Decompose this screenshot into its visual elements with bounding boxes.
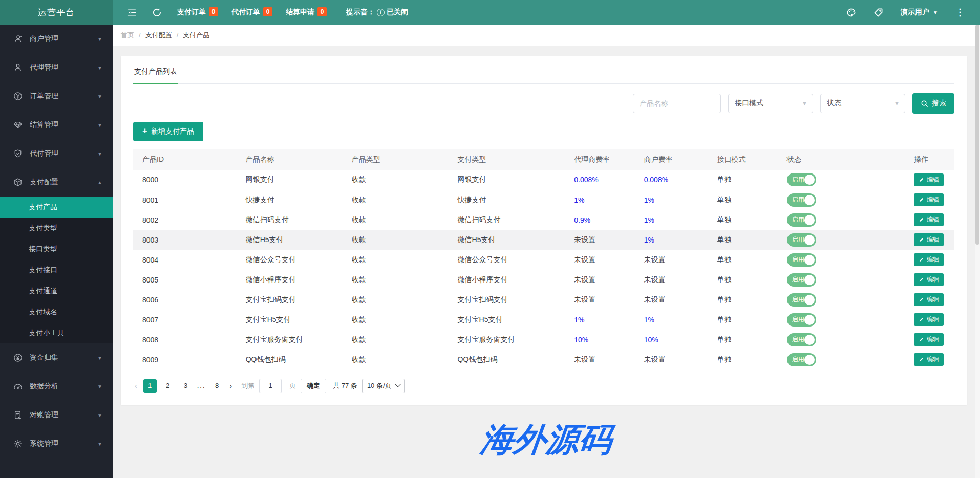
page-button-1[interactable]: 1 — [143, 379, 157, 393]
agent-rate-value[interactable]: 0.008% — [574, 176, 598, 184]
edit-button[interactable]: 编辑 — [914, 273, 944, 286]
edit-label: 编辑 — [927, 315, 939, 324]
status-toggle[interactable]: 启用 — [787, 293, 816, 307]
edit-button[interactable]: 编辑 — [914, 293, 944, 306]
sidebar-subitem-interface-type[interactable]: 接口类型 — [0, 238, 113, 259]
quicklink-payout-orders[interactable]: 代付订单0 — [231, 8, 272, 17]
sidebar-item-merchant[interactable]: 商户管理▼ — [0, 25, 113, 53]
next-page-icon[interactable]: › — [228, 382, 234, 390]
cell-interface-mode: 单独 — [713, 270, 782, 290]
status-toggle[interactable]: 启用 — [787, 273, 816, 287]
add-product-button[interactable]: + 新增支付产品 — [133, 122, 203, 141]
page-button-8[interactable]: 8 — [210, 379, 224, 393]
sidebar-item-label: 数据分析 — [30, 382, 58, 391]
breadcrumb-item[interactable]: 支付产品 — [183, 31, 209, 40]
status-toggle[interactable]: 启用 — [787, 173, 816, 186]
cell-interface-mode: 单独 — [713, 310, 782, 330]
sidebar-item-payment-config[interactable]: 支付配置▲ — [0, 168, 113, 197]
cell-product-name: 微信H5支付 — [242, 230, 348, 250]
edit-button[interactable]: 编辑 — [914, 253, 944, 266]
sidebar-subitem-payment-type[interactable]: 支付类型 — [0, 218, 113, 238]
cell-merchant-rate: 1% — [640, 210, 713, 230]
merchant-rate-value[interactable]: 10% — [644, 336, 658, 344]
cell-payment-type: 支付宝扫码支付 — [454, 290, 570, 310]
sidebar-subitem-payment-domain[interactable]: 支付域名 — [0, 301, 113, 322]
agent-rate-value[interactable]: 10% — [574, 336, 588, 344]
pencil-icon — [919, 357, 924, 362]
edit-button[interactable]: 编辑 — [914, 333, 944, 346]
chevron-down-icon: ▼ — [97, 36, 102, 42]
quicklink-settlement-requests[interactable]: 结算申请0 — [286, 8, 327, 17]
agent-rate-value[interactable]: 0.9% — [574, 216, 590, 224]
status-toggle[interactable]: 启用 — [787, 233, 816, 247]
agent-rate-value[interactable]: 1% — [574, 316, 584, 324]
cell-status: 启用 — [783, 170, 910, 190]
toggle-label: 启用 — [792, 195, 804, 204]
sidebar-item-payout[interactable]: 代付管理▼ — [0, 139, 113, 168]
refresh-icon[interactable] — [152, 8, 162, 17]
edit-button[interactable]: 编辑 — [914, 313, 944, 326]
column-header: 产品名称 — [242, 149, 348, 170]
edit-button[interactable]: 编辑 — [914, 233, 944, 246]
edit-button[interactable]: 编辑 — [914, 213, 944, 226]
info-icon: i — [377, 9, 385, 16]
tab-payment-product-list[interactable]: 支付产品列表 — [133, 67, 178, 84]
status-toggle[interactable]: 启用 — [787, 213, 816, 227]
product-name-input[interactable] — [633, 94, 721, 113]
status-select[interactable]: 状态 ▼ — [820, 94, 905, 113]
sidebar-subitem-payment-product[interactable]: 支付产品 — [0, 197, 113, 218]
status-toggle[interactable]: 启用 — [787, 193, 816, 207]
interface-mode-select[interactable]: 接口模式 ▼ — [728, 94, 813, 113]
sidebar-item-system[interactable]: 系统管理▼ — [0, 429, 113, 458]
prev-page-icon[interactable]: ‹ — [133, 382, 139, 390]
chevron-up-icon: ▲ — [97, 180, 102, 185]
merchant-rate-value[interactable]: 0.008% — [644, 176, 668, 184]
quicklink-payment-orders[interactable]: 支付订单0 — [177, 8, 218, 17]
breadcrumb-item[interactable]: 首页 — [121, 31, 134, 40]
sidebar-item-funds[interactable]: 资金归集▼ — [0, 343, 113, 372]
merchant-rate-value[interactable]: 1% — [644, 216, 654, 224]
cell-payment-type: 微信公众号支付 — [454, 250, 570, 270]
sidebar-subitem-payment-interface[interactable]: 支付接口 — [0, 259, 113, 280]
edit-button[interactable]: 编辑 — [914, 193, 944, 206]
status-toggle[interactable]: 启用 — [787, 253, 816, 267]
more-options-icon[interactable]: ⋮ — [955, 7, 965, 18]
sidebar-item-analytics[interactable]: 数据分析▼ — [0, 372, 113, 401]
sidebar-subitem-payment-tools[interactable]: 支付小工具 — [0, 322, 113, 343]
cell-actions: 编辑 — [910, 270, 954, 290]
merchant-rate-value[interactable]: 1% — [644, 236, 654, 244]
merchant-rate-value[interactable]: 1% — [644, 316, 654, 324]
user-menu[interactable]: 演示用户 ▼ — [901, 8, 938, 17]
edit-button[interactable]: 编辑 — [914, 173, 944, 186]
page-size-select[interactable]: 10 条/页 — [362, 379, 405, 393]
cell-payment-type: 微信小程序支付 — [454, 270, 570, 290]
page-scrollbar[interactable] — [975, 25, 980, 478]
sidebar-item-settlement[interactable]: 结算管理▼ — [0, 111, 113, 139]
sidebar-subitem-payment-channel[interactable]: 支付通道 — [0, 280, 113, 301]
table-row: 8009QQ钱包扫码收款QQ钱包扫码未设置未设置单独启用编辑 — [133, 350, 954, 370]
tag-icon[interactable] — [874, 8, 883, 17]
sidebar-item-agent[interactable]: 代理管理▼ — [0, 53, 113, 82]
sound-status[interactable]: 提示音： i 已关闭 — [346, 8, 408, 17]
status-toggle[interactable]: 启用 — [787, 313, 816, 327]
theme-palette-icon[interactable] — [846, 8, 856, 17]
confirm-page-button[interactable]: 确定 — [301, 379, 326, 393]
sidebar-item-order[interactable]: 订单管理▼ — [0, 82, 113, 111]
table-row: 8002微信扫码支付收款微信扫码支付0.9%1%单独启用编辑 — [133, 210, 954, 230]
cell-actions: 编辑 — [910, 210, 954, 230]
agent-rate-value[interactable]: 1% — [574, 196, 584, 204]
scrollbar-thumb[interactable] — [975, 25, 979, 245]
status-toggle[interactable]: 启用 — [787, 353, 816, 366]
toggle-label: 启用 — [792, 255, 804, 264]
merchant-rate-value[interactable]: 1% — [644, 196, 654, 204]
search-button[interactable]: 搜索 — [912, 93, 954, 114]
page-button-2[interactable]: 2 — [161, 379, 175, 393]
goto-page-input[interactable] — [259, 379, 282, 393]
page-button-3[interactable]: 3 — [179, 379, 193, 393]
edit-button[interactable]: 编辑 — [914, 353, 944, 366]
status-toggle[interactable]: 启用 — [787, 333, 816, 346]
sidebar-item-reconciliation[interactable]: 对账管理▼ — [0, 401, 113, 429]
breadcrumb-item[interactable]: 支付配置 — [145, 31, 172, 40]
sidebar-item-label: 系统管理 — [30, 439, 58, 448]
menu-fold-icon[interactable] — [127, 8, 137, 17]
